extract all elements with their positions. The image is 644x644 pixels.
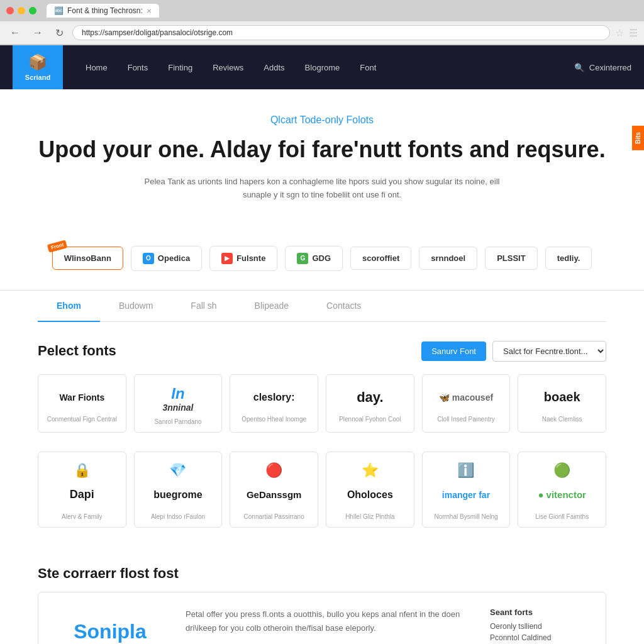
site-nav: 📦 Scriand Home Fonts Finting Reviews Add… [0, 45, 644, 89]
nav-search: 🔍 Cexinterred [574, 63, 631, 72]
font-card-icon: 🔴 [238, 462, 310, 479]
brand-item-tedliy[interactable]: tedliy. [545, 247, 592, 270]
brand-item-fulsnte[interactable]: ▶ Fulsnte [209, 246, 277, 271]
font-card-desc: Naek Clemliss [526, 415, 598, 423]
tab-close-btn[interactable]: ✕ [147, 8, 152, 14]
fonts-section-title: Pelect fonts [38, 343, 116, 359]
font-display-text: buegrome [142, 482, 214, 508]
tab-favicon: 🔤 [54, 6, 64, 15]
bookmark-button[interactable]: ☆ [615, 27, 624, 39]
nav-reviews[interactable]: Reviews [203, 49, 253, 86]
logo-icon: 📦 [28, 53, 47, 71]
brand-name: Opedica [158, 253, 190, 263]
font-card-macousef[interactable]: 🦋 macousef Cloll Insed Painentry [422, 374, 511, 433]
font-card-desc: Lise Gionll Faimths [526, 513, 598, 521]
forward-button[interactable]: → [29, 26, 47, 40]
font-card-icon: ℹ️ [430, 462, 502, 479]
font-card-desc: Opentso Hheal Inomge [238, 415, 310, 423]
font-card-cleslory[interactable]: cleslory: Opentso Hheal Inomge [230, 374, 318, 433]
brand-icon-opedica: O [143, 253, 154, 264]
font-card-day[interactable]: day. Plennoal Fyohon Cool [326, 374, 414, 433]
font-card-desc: Cloll Insed Painentry [430, 415, 502, 423]
side-badge[interactable]: Bits [632, 126, 644, 150]
featured-sidebar-item-2: Pconntol Caldined [490, 633, 591, 642]
brand-item-scoroffiet[interactable]: scoroffiet [350, 247, 411, 270]
brand-item-opedica[interactable]: O Opedica [131, 246, 202, 271]
font-card-3nninal[interactable]: In 3nninal Sanrol Parndano [134, 374, 223, 433]
brand-item-plssit[interactable]: PLSSIT [485, 247, 538, 270]
font-card-dapi[interactable]: 🔒 Dapi Alerv & Family [38, 452, 126, 528]
nav-home[interactable]: Home [75, 49, 118, 86]
back-button[interactable]: ← [6, 26, 24, 40]
font-card-icon: 🟢 [526, 462, 598, 479]
brand-item-winsobann[interactable]: Front WlinsoBann [52, 247, 123, 270]
settings-button[interactable]: ☰ [629, 27, 638, 39]
font-card-buegrome[interactable]: 💎 buegrome Alepi Indso rFaulon [134, 452, 223, 528]
hero-section: Qlcart Tode-only Folots Upod your one. A… [0, 89, 644, 240]
refresh-button[interactable]: ↻ [52, 26, 67, 40]
tab-budowm[interactable]: Budowm [100, 291, 172, 322]
font-card-oholoces[interactable]: ⭐ Oholoces Hhllel Gliz Pinthla [326, 452, 414, 528]
font-card-vitenctor[interactable]: 🟢 ● vitenctor Lise Gionll Faimths [518, 452, 606, 528]
tab-title: Font & thing Techrosn: [67, 6, 143, 15]
font-display-text: day. [334, 385, 406, 410]
brand-icon-fulsnte: ▶ [221, 253, 233, 264]
fonts-grid-row2: 🔒 Dapi Alerv & Family 💎 buegrome Alepi I… [38, 452, 606, 528]
font-card-desc: Normhal Bysmill Neing [430, 513, 502, 521]
browser-titlebar: 🔤 Font & thing Techrosn: ✕ [0, 0, 644, 21]
nav-font[interactable]: Font [350, 49, 386, 86]
featured-section-title: Ste corraerr flost fost [38, 565, 606, 582]
font-card-war-fionts[interactable]: War Fionts Conmentual Fign Central [38, 374, 126, 433]
font-card-desc: Alepi Indso rFaulon [142, 513, 214, 521]
font-card-icon: 🔒 [46, 462, 118, 479]
nav-addts[interactable]: Addts [253, 49, 294, 86]
tab-blipeade[interactable]: Blipeade [236, 291, 308, 322]
brand-item-gdg[interactable]: G GDG [285, 246, 343, 271]
featured-sidebar: Seant forts Oeronly tslliend Pconntol Ca… [490, 608, 591, 644]
font-display-text: 🦋 macousef [430, 385, 502, 410]
brand-badge: Front [47, 240, 68, 253]
nav-search-text[interactable]: Cexinterred [589, 63, 631, 72]
font-card-icon: ⭐ [334, 462, 406, 479]
tabs-section: Ehom Budowm Fall sh Blipeade Contacts [0, 290, 644, 322]
featured-logo-text: Sonipla [74, 620, 147, 643]
font-card-gedanssgm[interactable]: 🔴 GeDanssgm Connartial Passirrano [230, 452, 318, 528]
brand-name: Fulsnte [236, 253, 265, 263]
nav-finting[interactable]: Finting [158, 49, 203, 86]
font-card-imanger[interactable]: ℹ️ imanger far Normhal Bysmill Neing [422, 452, 511, 528]
maximize-window-btn[interactable] [29, 7, 36, 14]
filter-font-button[interactable]: Sanurv Font [421, 341, 486, 361]
close-window-btn[interactable] [6, 7, 14, 14]
site-logo[interactable]: 📦 Scriand [13, 45, 63, 89]
browser-chrome: 🔤 Font & thing Techrosn: ✕ ← → ↻ ☆ ☰ [0, 0, 644, 45]
tabs-row: Ehom Budowm Fall sh Blipeade Contacts [38, 291, 606, 322]
font-display-text: War Fionts [46, 385, 118, 410]
browser-toolbar: ← → ↻ ☆ ☰ [0, 21, 644, 45]
font-display-text: boaek [526, 385, 598, 410]
font-display-text: Dapi [46, 482, 118, 508]
nav-fonts[interactable]: Fonts [118, 49, 158, 86]
main-content: Qlcart Tode-only Folots Upod your one. A… [0, 89, 644, 644]
tab-ehom[interactable]: Ehom [38, 291, 100, 322]
font-card-desc: Hhllel Gliz Pinthla [334, 513, 406, 521]
tab-contacts[interactable]: Contacts [308, 291, 380, 322]
brand-item-srnndoel[interactable]: srnndoel [419, 247, 477, 270]
nav-blogrome[interactable]: Blogrome [295, 49, 350, 86]
font-display-text: In 3nninal [142, 385, 214, 413]
tab-fallsh[interactable]: Fall sh [172, 291, 235, 322]
minimize-window-btn[interactable] [18, 7, 25, 14]
brand-name: WlinsoBann [64, 253, 111, 263]
hero-title: Upod your one. Alday foi fare'nutt fonts… [38, 136, 606, 163]
brand-name: tedliy. [557, 253, 580, 263]
brand-name: scoroffiet [362, 253, 399, 263]
font-card-icon: 💎 [142, 462, 214, 479]
browser-tab[interactable]: 🔤 Font & thing Techrosn: ✕ [47, 4, 159, 18]
font-card-boaek[interactable]: boaek Naek Clemliss [518, 374, 606, 433]
font-display-text: GeDanssgm [238, 482, 310, 508]
font-display-text: cleslory: [238, 385, 310, 410]
hero-description: Pelea Tank as urionts lind hapers kon a … [133, 175, 511, 202]
font-card-desc: Alerv & Family [46, 513, 118, 521]
url-bar[interactable] [72, 25, 610, 40]
font-card-desc: Conmentual Fign Central [46, 415, 118, 423]
filter-select[interactable]: Salct for Fecntre.tlont... [492, 341, 606, 362]
